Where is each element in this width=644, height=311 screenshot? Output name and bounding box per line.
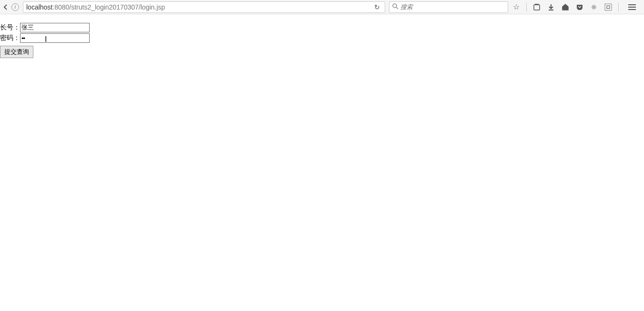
- reload-button[interactable]: ↻: [372, 3, 382, 11]
- username-row: 长号：: [0, 23, 644, 32]
- svg-point-0: [393, 4, 397, 8]
- search-icon: [392, 3, 399, 11]
- site-info-icon[interactable]: i: [11, 3, 19, 11]
- svg-rect-5: [605, 4, 612, 10]
- svg-rect-6: [607, 6, 610, 9]
- separator: [526, 3, 527, 11]
- bookmark-star-icon[interactable]: ☆: [512, 3, 521, 11]
- downloads-icon[interactable]: [547, 3, 555, 11]
- search-bar[interactable]: [389, 1, 508, 13]
- password-row: 密码： I: [0, 33, 644, 43]
- password-label: 密码：: [0, 34, 20, 42]
- library-icon[interactable]: [532, 3, 541, 11]
- submit-button[interactable]: 提交查询: [0, 46, 33, 58]
- username-input[interactable]: [20, 23, 90, 32]
- screenshot-icon[interactable]: [604, 3, 613, 11]
- password-input[interactable]: [20, 33, 90, 43]
- pocket-icon[interactable]: [575, 3, 584, 11]
- url-bar[interactable]: localhost:8080/struts2_login20170307/log…: [23, 1, 385, 13]
- separator: [618, 3, 619, 11]
- search-input[interactable]: [400, 3, 505, 10]
- url-port: :8080: [52, 3, 69, 11]
- svg-rect-3: [535, 4, 539, 5]
- url-host: localhost: [26, 3, 52, 11]
- url-path: /struts2_login20170307/login.jsp: [69, 3, 165, 11]
- menu-icon[interactable]: [628, 3, 636, 11]
- toolbar-icons: ☆ ❋: [512, 3, 638, 11]
- back-button[interactable]: [2, 3, 10, 11]
- addon-icon[interactable]: ❋: [590, 3, 598, 11]
- svg-line-1: [396, 7, 398, 9]
- home-icon[interactable]: [561, 3, 570, 11]
- url-text: localhost:8080/struts2_login20170307/log…: [26, 3, 372, 11]
- browser-toolbar: i localhost:8080/struts2_login20170307/l…: [0, 0, 644, 14]
- svg-rect-2: [534, 5, 540, 10]
- username-label: 长号：: [0, 23, 20, 32]
- page-content: 长号： 密码： I 提交查询: [0, 14, 644, 58]
